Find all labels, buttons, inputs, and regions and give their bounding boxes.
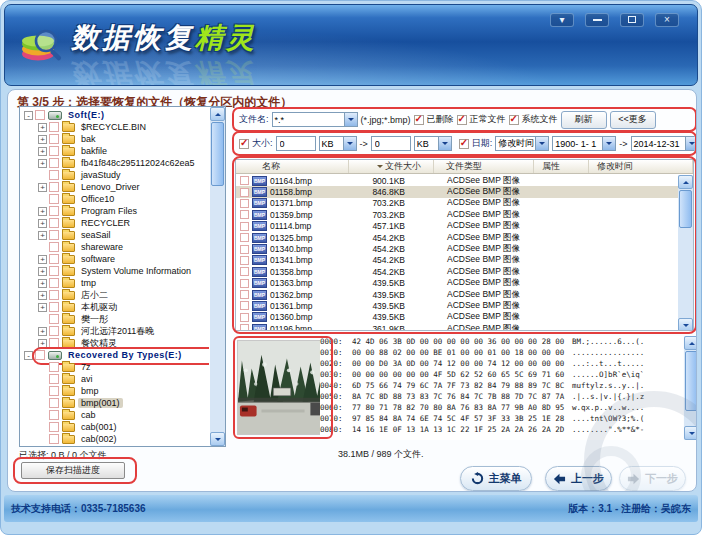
- expand-icon[interactable]: +: [38, 231, 47, 240]
- table-scrollbar[interactable]: [678, 175, 693, 331]
- file-row[interactable]: BMP01341.bmp454.2KBACDSee BMP 图像: [236, 255, 678, 266]
- tree-checkbox[interactable]: [49, 182, 59, 192]
- tree-item[interactable]: shareware: [21, 241, 209, 253]
- scroll-thumb[interactable]: [685, 351, 697, 411]
- tree-item[interactable]: cab: [21, 409, 209, 421]
- scroll-up-button[interactable]: [684, 336, 697, 350]
- minimize-button[interactable]: [585, 13, 609, 27]
- tree-checkbox[interactable]: [49, 314, 59, 324]
- chevron-down-icon[interactable]: [438, 137, 451, 150]
- tree-checkbox[interactable]: [49, 302, 59, 312]
- tree-item[interactable]: 7z: [21, 361, 209, 373]
- tree-item[interactable]: javaStudy: [21, 169, 209, 181]
- tree-item[interactable]: +餐饮精灵: [21, 337, 209, 349]
- column-header-name[interactable]: 名称: [236, 160, 349, 173]
- tree-item[interactable]: +河北远洋2011春晚: [21, 325, 209, 337]
- expand-icon[interactable]: +: [38, 327, 47, 336]
- tree-checkbox[interactable]: [49, 122, 59, 132]
- tree-item[interactable]: cab(001): [21, 421, 209, 433]
- tree-item[interactable]: avi: [21, 373, 209, 385]
- file-checkbox[interactable]: [240, 245, 249, 254]
- file-checkbox[interactable]: [240, 210, 249, 219]
- file-checkbox[interactable]: [240, 199, 249, 208]
- tree-checkbox[interactable]: [49, 218, 59, 228]
- expand-icon[interactable]: +: [38, 339, 47, 348]
- file-checkbox[interactable]: [240, 188, 249, 197]
- tree-checkbox[interactable]: [49, 194, 59, 204]
- tree-checkbox[interactable]: [49, 206, 59, 216]
- date-type-combo[interactable]: 修改时间: [495, 136, 549, 151]
- file-row[interactable]: BMP01158.bmp846.8KBACDSee BMP 图像: [236, 186, 678, 197]
- size-from-unit-combo[interactable]: KB: [319, 136, 357, 151]
- tree-item[interactable]: +software: [21, 253, 209, 265]
- file-row[interactable]: BMP01361.bmp439.5KBACDSee BMP 图像: [236, 300, 678, 311]
- file-checkbox[interactable]: [240, 324, 249, 330]
- expand-icon[interactable]: +: [38, 219, 47, 228]
- size-to-unit-combo[interactable]: KB: [414, 136, 452, 151]
- tree-checkbox[interactable]: [49, 278, 59, 288]
- scroll-down-button[interactable]: [210, 432, 225, 446]
- scroll-thumb[interactable]: [211, 122, 224, 186]
- expand-icon[interactable]: +: [38, 303, 47, 312]
- tree-checkbox[interactable]: [49, 410, 59, 420]
- scroll-down-button[interactable]: [684, 426, 697, 440]
- deleted-label[interactable]: 已删除: [427, 113, 454, 126]
- tree-item[interactable]: +店小二: [21, 289, 209, 301]
- hex-scrollbar[interactable]: [684, 336, 697, 440]
- tree-item[interactable]: +Lenovo_Driver: [21, 181, 209, 193]
- tree-checkbox[interactable]: [49, 290, 59, 300]
- expand-icon[interactable]: +: [38, 159, 47, 168]
- file-row[interactable]: BMP01362.bmp439.5KBACDSee BMP 图像: [236, 289, 678, 300]
- file-row[interactable]: BMP01360.bmp439.5KBACDSee BMP 图像: [236, 312, 678, 323]
- date-from-combo[interactable]: 1900- 1- 1: [552, 136, 616, 151]
- tree-checkbox[interactable]: [49, 374, 59, 384]
- tree-checkbox[interactable]: [35, 350, 45, 360]
- file-checkbox[interactable]: [240, 301, 249, 310]
- tree-checkbox[interactable]: [49, 338, 59, 348]
- expand-icon[interactable]: +: [38, 207, 47, 216]
- tree-checkbox[interactable]: [49, 134, 59, 144]
- previous-step-button[interactable]: 上一步: [545, 466, 612, 491]
- tree-item[interactable]: +bakfile: [21, 145, 209, 157]
- file-row[interactable]: BMP01359.bmp703.2KBACDSee BMP 图像: [236, 209, 678, 220]
- tree-checkbox[interactable]: [49, 242, 59, 252]
- file-row[interactable]: BMP01114.bmp457.1KBACDSee BMP 图像: [236, 221, 678, 232]
- tree-item[interactable]: -Recovered By Types(E:): [21, 349, 209, 361]
- file-checkbox[interactable]: [240, 233, 249, 242]
- size-from-input[interactable]: [276, 136, 316, 151]
- scroll-up-button[interactable]: [210, 107, 225, 121]
- tree-checkbox[interactable]: [49, 386, 59, 396]
- expand-icon[interactable]: +: [38, 123, 47, 132]
- deleted-checkbox[interactable]: [414, 115, 424, 125]
- column-header-size[interactable]: 文件大小: [349, 160, 434, 173]
- tree-item[interactable]: +fb41f848c295112024c62ea5: [21, 157, 209, 169]
- system-files-label[interactable]: 系统文件: [522, 113, 558, 126]
- maximize-button[interactable]: [620, 13, 644, 27]
- chevron-down-icon[interactable]: [535, 137, 548, 150]
- scroll-thumb[interactable]: [679, 190, 692, 228]
- file-checkbox[interactable]: [240, 222, 249, 231]
- save-scan-progress-button[interactable]: 保存扫描进度: [21, 462, 125, 479]
- expand-icon[interactable]: +: [38, 135, 47, 144]
- tree-checkbox[interactable]: [49, 398, 59, 408]
- tree-item[interactable]: +$RECYCLE.BIN: [21, 121, 209, 133]
- normal-files-checkbox[interactable]: [457, 115, 467, 125]
- tree-item[interactable]: +本机驱动: [21, 301, 209, 313]
- tree-item[interactable]: +RECYCLER: [21, 217, 209, 229]
- date-checkbox[interactable]: [459, 139, 469, 149]
- tree-checkbox[interactable]: [49, 230, 59, 240]
- expand-icon[interactable]: +: [38, 147, 47, 156]
- system-files-checkbox[interactable]: [509, 115, 519, 125]
- tree-checkbox[interactable]: [49, 158, 59, 168]
- tree-checkbox[interactable]: [49, 362, 59, 372]
- expand-icon[interactable]: +: [38, 291, 47, 300]
- file-checkbox[interactable]: [240, 313, 249, 322]
- tree-item[interactable]: +Program Files: [21, 205, 209, 217]
- size-checkbox[interactable]: [239, 139, 249, 149]
- tree-checkbox[interactable]: [49, 254, 59, 264]
- tree-scrollbar[interactable]: [210, 107, 225, 446]
- expand-icon[interactable]: +: [38, 279, 47, 288]
- tree-item[interactable]: +System Volume Information: [21, 265, 209, 277]
- tree-item[interactable]: Office10: [21, 193, 209, 205]
- more-button[interactable]: <<更多: [610, 111, 656, 129]
